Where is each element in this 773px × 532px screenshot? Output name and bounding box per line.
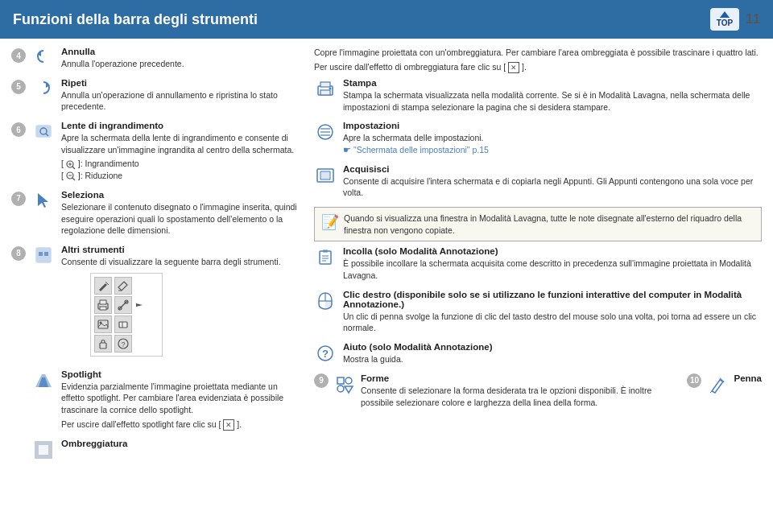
icon-lente [32, 122, 55, 140]
svg-line-21 [119, 301, 127, 309]
tb-pencil-icon [94, 277, 112, 295]
svg-marker-12 [38, 193, 48, 208]
item-clic-destro: Clic destro (disponibile solo se si util… [314, 290, 762, 334]
note-box: 📝 Quando si visualizza una finestra in M… [314, 207, 762, 241]
aiuto-desc: Mostra la guida. [343, 353, 762, 365]
tb-tools-icon [114, 296, 132, 314]
ripeti-desc: Annulla un'operazione di annullamento e … [61, 89, 301, 113]
svg-marker-24 [136, 303, 143, 307]
svg-rect-60 [337, 377, 344, 384]
page-title: Funzioni della barra degli strumenti [13, 11, 258, 28]
tb-question-icon: ? [114, 335, 132, 353]
left-column: 4 Annulla Annulla l'operazione precedent… [11, 47, 301, 468]
icon-clic-destro [314, 291, 337, 311]
svg-rect-51 [323, 250, 328, 253]
num-badge-4: 4 [11, 48, 26, 63]
impostazioni-desc: Apre la schermata delle impostazioni. [343, 132, 762, 144]
item-seleziona: 7 Seleziona Selezionare il contenuto dis… [11, 190, 301, 237]
text-impostazioni: Impostazioni Apre la schermata delle imp… [343, 121, 762, 155]
icon-seleziona [32, 192, 55, 209]
tb-expand-arrow[interactable] [134, 296, 144, 314]
icon-acquisisci [314, 166, 337, 185]
text-seleziona: Seleziona Selezionare il contenuto diseg… [61, 190, 301, 237]
svg-rect-13 [36, 248, 51, 262]
svg-rect-2 [36, 126, 51, 137]
arrow-up-icon [720, 11, 730, 18]
svg-rect-50 [320, 251, 331, 264]
item-altri: 8 Altri strumenti Consente di visualizza… [11, 245, 301, 361]
icon-penna [706, 375, 729, 394]
spotlight-exit: Per uscire dall'effetto spotlight fare c… [61, 419, 301, 431]
svg-line-10 [72, 178, 75, 180]
incolla-title: Incolla (solo Modalità Annotazione) [343, 246, 762, 256]
lente-desc: Apre la schermata della lente di ingrand… [61, 132, 301, 155]
altri-desc: Consente di visualizzare la seguente bar… [61, 256, 301, 268]
icon-incolla [314, 248, 337, 267]
ripeti-title: Ripeti [61, 78, 301, 88]
svg-line-6 [72, 167, 75, 169]
svg-point-61 [345, 377, 352, 384]
item-aiuto: ? Aiuto (solo Modalità Annotazione) Most… [314, 342, 762, 365]
annulla-title: Annulla [61, 47, 301, 56]
stampa-title: Stampa [343, 78, 762, 88]
svg-point-63 [337, 386, 344, 392]
text-ripeti: Ripeti Annulla un'operazione di annullam… [61, 78, 301, 113]
header-right: TOP 11 [710, 8, 760, 31]
svg-rect-29 [100, 343, 106, 348]
tb-image-icon [94, 315, 112, 333]
text-aiuto: Aiuto (solo Modalità Annotazione) Mostra… [343, 342, 762, 365]
item-ombreggiatura: · Ombreggiatura [11, 439, 301, 460]
text-penna: Penna [734, 373, 762, 385]
seleziona-title: Seleziona [61, 190, 301, 200]
top-button[interactable]: TOP [710, 8, 739, 31]
num-badge-10: 10 [687, 373, 701, 388]
shadow-exit: Per uscire dall'effetto di ombreggiatura… [314, 61, 527, 73]
text-stampa: Stampa Stampa la schermata visualizzata … [343, 78, 762, 113]
lente-title: Lente di ingrandimento [61, 121, 301, 130]
text-altri: Altri strumenti Consente di visualizzare… [61, 245, 301, 361]
item-penna: 10 Penna [687, 373, 762, 408]
tb-lock-icon [94, 335, 112, 353]
note-icon: 📝 [321, 212, 339, 233]
page-number: 11 [746, 12, 760, 27]
impostazioni-title: Impostazioni [343, 121, 762, 130]
right-column: Copre l'immagine proiettata con un'ombre… [314, 47, 762, 468]
svg-rect-37 [320, 82, 330, 87]
num-badge-7: 7 [11, 192, 26, 206]
text-spotlight: Spotlight Evidenzia parzialmente l'immag… [61, 369, 301, 431]
cross-icon: ✕ [223, 419, 234, 431]
impostazioni-sub: ☛ "Schermata delle impostazioni" p.15 [343, 144, 762, 156]
num-badge-5: 5 [11, 80, 26, 94]
stampa-desc: Stampa la schermata visualizzata nella m… [343, 89, 762, 113]
item-forme: 9 Forme Consente di selezionare la forma… [314, 373, 674, 408]
altri-title: Altri strumenti [61, 245, 301, 254]
page-header: Funzioni della barra degli strumenti TOP… [0, 0, 773, 39]
clic-destro-desc: Un clic di penna svolge la funzione di c… [343, 311, 762, 334]
lente-sub2: [ ]: Riduzione [61, 170, 301, 182]
text-annulla: Annulla Annulla l'operazione precedente. [61, 47, 301, 70]
icon-ripeti [32, 80, 55, 97]
acquisisci-desc: Consente di acquisire l'intera schermata… [343, 175, 762, 199]
icon-spotlight [32, 371, 55, 390]
svg-line-65 [710, 391, 712, 393]
clic-destro-title: Clic destro (disponibile solo se si util… [343, 290, 762, 309]
icon-impostazioni [314, 122, 337, 142]
toolbar-box: ? [90, 273, 163, 357]
item-acquisisci: Acquisisci Consente di acquisire l'inter… [314, 164, 762, 199]
icon-altri [32, 246, 55, 264]
num-badge-8: 8 [11, 246, 26, 261]
text-forme: Forme Consente di selezionare la forma d… [361, 373, 674, 408]
annulla-desc: Annulla l'operazione precedente. [61, 58, 301, 70]
shadow-desc: Copre l'immagine proiettata con un'ombre… [314, 47, 762, 73]
incolla-desc: È possibile incollare la schermata acqui… [343, 258, 762, 281]
svg-text:?: ? [122, 340, 126, 348]
text-incolla: Incolla (solo Modalità Annotazione) È po… [343, 246, 762, 281]
svg-rect-20 [100, 307, 106, 310]
main-content: 4 Annulla Annulla l'operazione precedent… [0, 39, 773, 476]
spotlight-title: Spotlight [61, 369, 301, 379]
text-ombreggiatura: Ombreggiatura [61, 439, 301, 450]
ombreggiatura-title: Ombreggiatura [61, 439, 301, 448]
penna-title: Penna [734, 373, 762, 383]
item-ripeti: 5 Ripeti Annulla un'operazione di annull… [11, 78, 301, 113]
forme-title: Forme [361, 373, 674, 383]
